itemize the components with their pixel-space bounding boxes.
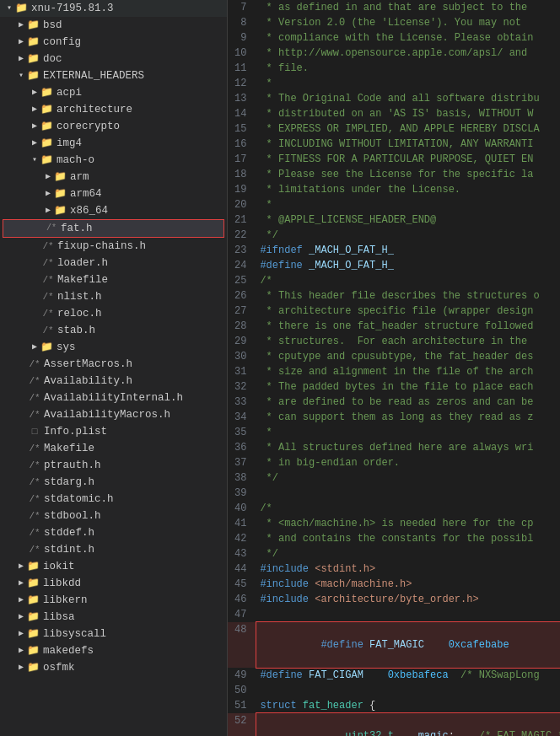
libkern-arrow: ▶ xyxy=(15,593,27,608)
stddef-label: stddef.h xyxy=(44,525,94,540)
table-row: 29 * structures. For each architecture i… xyxy=(228,334,560,349)
sidebar-item-x86-64[interactable]: ▶ 📁 x86_64 xyxy=(0,202,227,219)
line-number: 7 xyxy=(228,0,256,15)
sidebar-item-iokit[interactable]: ▶ 📁 iokit xyxy=(0,558,227,575)
x86-label: x86_64 xyxy=(70,203,108,218)
x86-arrow: ▶ xyxy=(42,203,54,218)
sidebar-item-loader-h[interactable]: /* loader.h xyxy=(0,255,227,271)
line-number: 26 xyxy=(228,288,256,304)
sidebar-item-assertmacros[interactable]: /* AssertMacros.h xyxy=(0,356,227,373)
table-row: 40 /* xyxy=(228,501,560,516)
sidebar-item-availability[interactable]: /* Availability.h xyxy=(0,373,227,389)
file-tree-sidebar[interactable]: ▾ 📁 xnu-7195.81.3 ▶ 📁 bsd ▶ 📁 config ▶ 📁… xyxy=(0,0,228,736)
sidebar-item-availability-internal[interactable]: /* AvailabilityInternal.h xyxy=(0,389,227,406)
avail-internal-arrow: /* xyxy=(29,390,40,406)
sidebar-item-stdbool[interactable]: /* stdbool.h xyxy=(0,508,227,524)
iokit-folder-icon: 📁 xyxy=(27,559,40,574)
line-code: * INCLUDING WITHOUT LIMITATION, ANY WARR… xyxy=(256,137,560,152)
line-number: 27 xyxy=(228,304,256,319)
line-number: 45 xyxy=(228,577,256,592)
bsd-label: bsd xyxy=(43,18,62,33)
ext-headers-arrow: ▾ xyxy=(15,68,27,83)
sidebar-item-info-plist[interactable]: □ Info.plist xyxy=(0,423,227,440)
sidebar-item-osfmk[interactable]: ▶ 📁 osfmk xyxy=(0,659,227,676)
stdatomic-label: stdatomic.h xyxy=(44,492,114,507)
sidebar-item-stdarg[interactable]: /* stdarg.h xyxy=(0,474,227,491)
sidebar-item-stdint[interactable]: /* stdint.h xyxy=(0,541,227,558)
line-number: 42 xyxy=(228,531,256,546)
line-code: * there is one fat_header structure foll… xyxy=(256,319,560,334)
sidebar-item-nlist-h[interactable]: /* nlist.h xyxy=(0,288,227,305)
sidebar-item-stdatomic[interactable]: /* stdatomic.h xyxy=(0,491,227,508)
line-code: * distributed on an 'AS IS' basis, WITHO… xyxy=(256,106,560,121)
line-code: * architecture specific file (wrapper de… xyxy=(256,304,560,319)
table-row: 46 #include <architecture/byte_order.h> xyxy=(228,592,560,607)
sidebar-item-sys[interactable]: ▶ 📁 sys xyxy=(0,339,227,356)
sidebar-item-arm64[interactable]: ▶ 📁 arm64 xyxy=(0,185,227,202)
sidebar-item-external-headers[interactable]: ▾ 📁 EXTERNAL_HEADERS xyxy=(0,67,227,84)
tree-root[interactable]: ▾ 📁 xnu-7195.81.3 xyxy=(0,0,227,17)
iokit-arrow: ▶ xyxy=(15,559,27,574)
line-number: 9 xyxy=(228,30,256,46)
makefile2-arrow: /* xyxy=(29,441,40,456)
table-row: 9 * compliance with the License. Please … xyxy=(228,30,560,46)
table-row: 49 #define FAT_CIGAM 0xbebafeca /* NXSwa… xyxy=(228,668,560,683)
sidebar-item-makefile-2[interactable]: /* Makefile xyxy=(0,440,227,457)
sidebar-item-corecrypto[interactable]: ▶ 📁 corecrypto xyxy=(0,118,227,135)
table-row: 20 * xyxy=(228,197,560,212)
sidebar-item-makedefs[interactable]: ▶ 📁 makedefs xyxy=(0,642,227,659)
table-row: 12 * xyxy=(228,76,560,91)
sidebar-item-availability-macros[interactable]: /* AvailabilityMacros.h xyxy=(0,406,227,423)
sidebar-item-stab-h[interactable]: /* stab.h xyxy=(0,322,227,339)
corecrypto-label: corecrypto xyxy=(57,119,120,134)
code-editor: 7 * as defined in and that are subject t… xyxy=(228,0,560,736)
makedefs-arrow: ▶ xyxy=(15,643,27,658)
line-code: #include <mach/machine.h> xyxy=(256,577,560,592)
stdbool-label: stdbool.h xyxy=(44,508,101,524)
architecture-folder-icon: 📁 xyxy=(40,102,53,117)
line-number: 12 xyxy=(228,76,256,91)
sidebar-item-acpi[interactable]: ▶ 📁 acpi xyxy=(0,84,227,101)
stdint-arrow: /* xyxy=(29,542,40,557)
libsyscall-arrow: ▶ xyxy=(15,626,27,642)
sidebar-item-arm[interactable]: ▶ 📁 arm xyxy=(0,169,227,185)
table-row: 23 #ifndef _MACH_O_FAT_H_ xyxy=(228,243,560,258)
arm-arrow: ▶ xyxy=(42,169,54,185)
stddef-arrow: /* xyxy=(29,525,40,540)
fat-h-label: fat.h xyxy=(61,221,93,236)
sidebar-item-fat-h[interactable]: /* fat.h xyxy=(3,220,223,237)
libsa-folder-icon: 📁 xyxy=(27,610,40,625)
fat-h-arrow: /* xyxy=(46,221,57,236)
line-number: 30 xyxy=(228,349,256,364)
sidebar-item-reloc-h[interactable]: /* reloc.h xyxy=(0,305,227,322)
table-row-magic-field: 52 uint32_t magic; /* FAT_MAGIC */ xyxy=(228,713,560,736)
sidebar-item-img4[interactable]: ▶ 📁 img4 xyxy=(0,135,227,152)
sidebar-item-makefile-1[interactable]: /* Makefile xyxy=(0,271,227,288)
sidebar-item-stddef[interactable]: /* stddef.h xyxy=(0,524,227,541)
line-code: * <mach/machine.h> is needed here for th… xyxy=(256,516,560,531)
reloc-label: reloc.h xyxy=(57,306,102,321)
line-number: 22 xyxy=(228,228,256,243)
sidebar-item-ptrauth[interactable]: /* ptrauth.h xyxy=(0,457,227,474)
iokit-label: iokit xyxy=(43,559,75,574)
sidebar-item-mach-o[interactable]: ▾ 📁 mach-o xyxy=(0,152,227,169)
makedefs-label: makedefs xyxy=(43,643,94,658)
sidebar-item-libkdd[interactable]: ▶ 📁 libkdd xyxy=(0,575,227,592)
line-code: * http://www.opensource.apple.com/apsl/ … xyxy=(256,46,560,61)
architecture-arrow: ▶ xyxy=(29,102,40,117)
line-number: 14 xyxy=(228,106,256,121)
sidebar-item-libsa[interactable]: ▶ 📁 libsa xyxy=(0,609,227,626)
sidebar-item-architecture[interactable]: ▶ 📁 architecture xyxy=(0,101,227,118)
stdarg-arrow: /* xyxy=(29,475,40,490)
line-code: #ifndef _MACH_O_FAT_H_ xyxy=(256,243,560,258)
sidebar-item-bsd[interactable]: ▶ 📁 bsd xyxy=(0,17,227,34)
sidebar-item-libkern[interactable]: ▶ 📁 libkern xyxy=(0,592,227,609)
line-number: 44 xyxy=(228,561,256,577)
sidebar-item-fixup-chains[interactable]: /* fixup-chains.h xyxy=(0,238,227,255)
line-code xyxy=(256,607,560,622)
info-plist-label: Info.plist xyxy=(44,424,107,439)
sidebar-item-doc[interactable]: ▶ 📁 doc xyxy=(0,51,227,67)
sidebar-item-config[interactable]: ▶ 📁 config xyxy=(0,34,227,51)
sidebar-item-libsyscall[interactable]: ▶ 📁 libsyscall xyxy=(0,626,227,642)
line-number: 36 xyxy=(228,440,256,455)
